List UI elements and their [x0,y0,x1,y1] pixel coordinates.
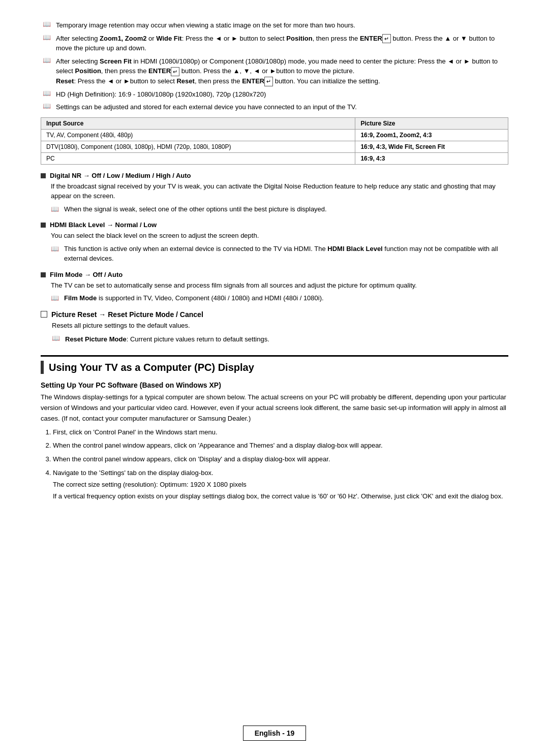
note-item-5: 📖 HD (High Definition): 16:9 - 1080i/108… [41,89,508,100]
hdmi-black-note-text: This function is active only when an ext… [64,244,508,264]
hdmi-black-body-text: You can select the black level on the sc… [51,232,259,239]
table-cell-picture-1: 16:9, Zoom1, Zoom2, 4:3 [355,129,508,141]
step-4-sub-1: The correct size setting (resolution): O… [53,480,508,490]
table-header-input: Input Source [41,117,355,129]
note-icon-3: 📖 [43,56,53,64]
film-mode-body: The TV can be set to automatically sense… [41,280,508,303]
picture-reset-note-icon: 📖 [52,334,62,342]
notes-section: 📖 Temporary image retention may occur wh… [41,20,508,112]
film-mode-note: 📖 Film Mode is supported in TV, Video, C… [51,293,508,303]
picture-reset-note: 📖 Reset Picture Mode: Current picture va… [52,334,508,344]
checkbox-icon [41,311,47,318]
step-1: First, click on 'Control Panel' in the W… [53,427,508,438]
note-item-6: 📖 Settings can be adjusted and stored fo… [41,102,508,112]
footer-badge: English - 19 [243,726,307,741]
table-header-picture: Picture Size [355,117,508,129]
footer-label: English - 19 [255,729,295,737]
intro-text: The Windows display-settings for a typic… [41,392,508,424]
digital-nr-heading: Digital NR → Off / Low / Medium / High /… [41,172,508,179]
bullet-square-icon [41,173,46,178]
table-cell-picture-2: 16:9, 4:3, Wide Fit, Screen Fit [355,141,508,152]
step-4-text: Navigate to the 'Settings' tab on the di… [53,469,214,477]
table-cell-input-1: TV, AV, Component (480i, 480p) [41,129,355,141]
note-icon-2: 📖 [43,34,53,41]
picture-reset-body: Resets all picture settings to the defau… [41,321,508,344]
hdmi-black-body: You can select the black level on the sc… [41,231,508,264]
digital-nr-body-text: If the broadcast signal received by your… [51,182,496,200]
note-text-3: After selecting Screen Fit in HDMI (1080… [56,56,508,86]
note-icon-1: 📖 [43,20,53,28]
table-row-2: DTV(1080i), Component (1080i, 1080p), HD… [41,141,508,152]
table-cell-input-2: DTV(1080i), Component (1080i, 1080p), HD… [41,141,355,152]
note-text-1: Temporary image retention may occur when… [56,20,355,30]
step-2: When the control panel window appears, c… [53,440,508,451]
step-2-text: When the control panel window appears, c… [53,442,383,449]
digital-nr-note: 📖 When the signal is weak, select one of… [51,204,508,214]
table-row-1: TV, AV, Component (480i, 480p) 16:9, Zoo… [41,129,508,141]
hdmi-black-heading: HDMI Black Level → Normal / Low [41,221,508,229]
film-mode-note-icon: 📖 [51,293,61,303]
bullet-square-icon-2 [41,223,46,228]
hdmi-black-note-icon: 📖 [51,244,61,254]
step-4: Navigate to the 'Settings' tab on the di… [53,468,508,501]
step-3: When the control panel window appears, c… [53,454,508,465]
step-1-text: First, click on 'Control Panel' in the W… [53,428,218,436]
hdmi-black-heading-text: HDMI Black Level → Normal / Low [50,221,157,229]
film-mode-heading: Film Mode → Off / Auto [41,271,508,278]
note-item-2: 📖 After selecting Zoom1, Zoom2 or Wide F… [41,34,508,53]
note-item-3: 📖 After selecting Screen Fit in HDMI (10… [41,56,508,86]
step-4-sub-2: If a vertical frequency option exists on… [53,491,508,502]
note-text-5: HD (High Definition): 16:9 - 1080i/1080p… [56,89,266,100]
title-bar-icon [41,361,44,374]
note-item-1: 📖 Temporary image retention may occur wh… [41,20,508,30]
step-3-text: When the control panel window appears, c… [53,455,330,463]
digital-nr-heading-text: Digital NR → Off / Low / Medium / High /… [50,172,191,179]
film-mode-note-text: Film Mode is supported in TV, Video, Com… [64,293,324,303]
bullet-square-icon-3 [41,272,46,277]
main-section-title-text: Using Your TV as a Computer (PC) Display [49,362,254,373]
note-text-2: After selecting Zoom1, Zoom2 or Wide Fit… [56,34,508,53]
table-cell-input-3: PC [41,152,355,164]
note-text-6: Settings can be adjusted and stored for … [56,102,357,112]
table-row-3: PC 16:9, 4:3 [41,152,508,164]
film-mode-body-text: The TV can be set to automatically sense… [51,281,417,289]
footer: English - 19 [0,726,549,741]
digital-nr-note-text: When the signal is weak, select one of t… [64,204,327,214]
picture-reset-note-text: Reset Picture Mode: Current picture valu… [65,334,269,344]
note-icon-5: 📖 [43,89,53,97]
film-mode-heading-text: Film Mode → Off / Auto [50,271,123,278]
picture-size-table: Input Source Picture Size TV, AV, Compon… [41,117,508,165]
picture-reset-heading: Picture Reset → Reset Picture Mode / Can… [41,310,508,319]
table-cell-picture-3: 16:9, 4:3 [355,152,508,164]
sub-heading: Setting Up Your PC Software (Based on Wi… [41,381,508,389]
note-icon-6: 📖 [43,102,53,110]
digital-nr-body: If the broadcast signal received by your… [41,181,508,214]
main-section: Using Your TV as a Computer (PC) Display… [41,355,508,501]
picture-reset-heading-text: Picture Reset → Reset Picture Mode / Can… [51,310,203,319]
hdmi-black-note: 📖 This function is active only when an e… [51,244,508,264]
picture-reset-body-text: Resets all picture settings to the defau… [52,321,508,331]
digital-nr-note-icon: 📖 [51,204,61,214]
main-section-title: Using Your TV as a Computer (PC) Display [41,361,508,374]
steps-list: First, click on 'Control Panel' in the W… [53,427,508,502]
